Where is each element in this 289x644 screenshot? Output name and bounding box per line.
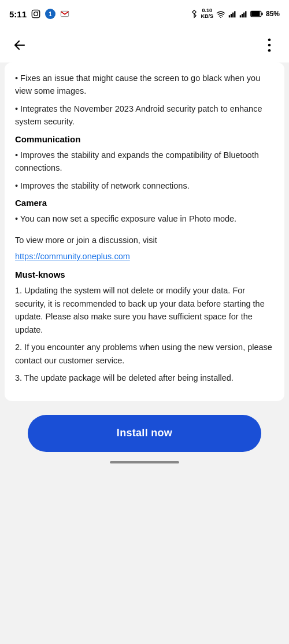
svg-rect-5 xyxy=(229,15,230,17)
battery-percent: 85% xyxy=(266,10,280,18)
must-know-2: 2. If you encounter any problems when us… xyxy=(15,341,274,367)
comm-text-1: • Improves the stability and expands the… xyxy=(15,149,274,175)
gmail-icon xyxy=(60,9,69,19)
camera-section: Camera • You can now set a specific expo… xyxy=(15,198,274,225)
back-button[interactable] xyxy=(9,35,30,56)
svg-rect-11 xyxy=(243,13,244,18)
svg-point-18 xyxy=(268,49,271,52)
notification-badge: 1 xyxy=(45,9,55,19)
communication-title: Communication xyxy=(15,134,274,144)
instagram-icon xyxy=(31,9,40,19)
discussion-prompt: To view more or join a discussion, visit xyxy=(15,234,274,246)
top-navigation-bar xyxy=(0,28,289,62)
communication-section: Communication • Improves the stability a… xyxy=(15,134,274,192)
security-text: • Integrates the November 2023 Android s… xyxy=(15,102,274,128)
must-know-1: 1. Updating the system will not delete o… xyxy=(15,284,274,336)
status-time: 5:11 xyxy=(9,9,27,19)
more-options-button[interactable] xyxy=(259,35,280,56)
discussion-section: To view more or join a discussion, visit… xyxy=(15,234,274,262)
battery-icon xyxy=(250,10,263,18)
signal-icon-1 xyxy=(228,10,236,18)
fixes-text: • Fixes an issue that might cause the sc… xyxy=(15,72,274,98)
svg-rect-12 xyxy=(245,11,246,17)
install-now-button[interactable]: Install now xyxy=(28,415,261,452)
svg-rect-7 xyxy=(232,13,234,18)
comm-text-2: • Improves the stability of network conn… xyxy=(15,179,274,192)
home-indicator xyxy=(110,461,179,463)
content-card: • Fixes an issue that might cause the sc… xyxy=(5,62,284,401)
camera-text-1: • You can now set a specific exposure va… xyxy=(15,212,274,225)
status-right: 0.10KB/S 85% xyxy=(191,8,280,20)
signal-icon-2 xyxy=(239,10,247,18)
must-knows-section: Must-knows 1. Updating the system will n… xyxy=(15,270,274,384)
svg-point-1 xyxy=(34,12,38,16)
svg-rect-8 xyxy=(234,11,235,17)
svg-rect-15 xyxy=(251,12,260,16)
svg-rect-9 xyxy=(240,15,241,17)
bluetooth-icon xyxy=(191,9,198,19)
svg-rect-14 xyxy=(261,13,262,16)
community-link[interactable]: https://community.oneplus.com xyxy=(15,252,130,261)
svg-rect-10 xyxy=(242,14,243,17)
status-left: 5:11 1 xyxy=(9,9,69,19)
svg-point-17 xyxy=(268,44,271,47)
status-bar: 5:11 1 0.10KB/S xyxy=(0,0,289,28)
must-know-3: 3. The update package will be deleted af… xyxy=(15,371,274,384)
bottom-action-area: Install now xyxy=(0,406,289,479)
svg-rect-0 xyxy=(32,10,39,17)
svg-rect-6 xyxy=(231,14,232,17)
data-rate: 0.10KB/S xyxy=(201,8,213,20)
svg-point-4 xyxy=(220,17,221,18)
svg-point-2 xyxy=(38,12,39,13)
must-knows-title: Must-knows xyxy=(15,270,274,279)
svg-point-16 xyxy=(268,38,271,41)
wifi-icon xyxy=(216,10,225,18)
camera-title: Camera xyxy=(15,198,274,208)
